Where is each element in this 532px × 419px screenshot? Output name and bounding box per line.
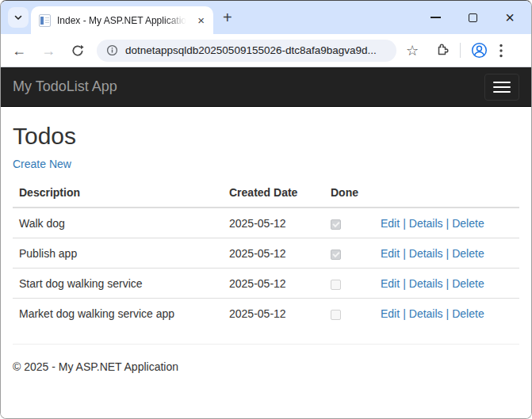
back-button[interactable]: ← <box>12 44 26 58</box>
window-controls: × <box>430 12 531 23</box>
edit-link[interactable]: Edit <box>381 277 400 290</box>
maximize-button[interactable] <box>467 12 478 23</box>
delete-link[interactable]: Delete <box>452 217 484 230</box>
create-new-link[interactable]: Create New <box>13 158 71 170</box>
cell-created-date: 2025-05-12 <box>223 238 324 269</box>
page-favicon-icon <box>39 14 51 27</box>
table-row: Start dog walking service 2025-05-12 Edi… <box>13 269 519 299</box>
tab-title: Index - My ASP.NET Application <box>57 15 189 26</box>
main-content: Todos Create New Description Created Dat… <box>1 123 531 373</box>
profile-avatar-icon <box>471 42 488 59</box>
done-checkbox <box>331 219 341 230</box>
reload-button[interactable] <box>71 44 85 58</box>
details-link[interactable]: Details <box>409 277 443 290</box>
cell-description: Walk dog <box>13 208 223 238</box>
cell-description: Publish app <box>13 238 223 269</box>
table-row: Publish app 2025-05-12 Edit|Details|Dele… <box>13 238 519 269</box>
browser-window: Index - My ASP.NET Application × + × ← →… <box>0 0 532 419</box>
done-checkbox <box>331 310 341 320</box>
toolbar-divider <box>460 43 461 58</box>
cell-created-date: 2025-05-12 <box>223 208 324 238</box>
extensions-button[interactable] <box>434 43 450 58</box>
new-tab-button[interactable]: + <box>223 9 232 26</box>
header-description: Description <box>13 178 223 208</box>
app-navbar: My TodoList App <box>1 67 531 107</box>
navbar-brand-link[interactable]: My TodoList App <box>13 78 117 95</box>
done-checkbox <box>331 280 341 290</box>
details-link[interactable]: Details <box>409 307 443 320</box>
delete-link[interactable]: Delete <box>452 277 484 290</box>
chevron-down-icon <box>13 13 23 22</box>
reload-icon <box>71 44 85 58</box>
bookmark-star-icon[interactable]: ☆ <box>406 44 419 58</box>
done-checkbox <box>331 249 341 260</box>
footer-copyright: © 2025 - My ASP.NET Application <box>13 360 519 373</box>
browser-toolbar: ← → dotnetappsqldb20250509155026-dtc8afa… <box>1 34 531 67</box>
delete-link[interactable]: Delete <box>452 247 484 260</box>
header-created-date: Created Date <box>223 178 324 208</box>
edit-link[interactable]: Edit <box>381 217 400 230</box>
cell-created-date: 2025-05-12 <box>223 299 324 329</box>
cell-actions: Edit|Details|Delete <box>374 238 519 269</box>
url-text: dotnetappsqldb20250509155026-dtc8afa9bag… <box>125 44 377 56</box>
table-header-row: Description Created Date Done <box>13 178 519 208</box>
cell-description: Market dog walking service app <box>13 299 223 329</box>
details-link[interactable]: Details <box>409 247 443 260</box>
hamburger-icon <box>493 82 511 83</box>
header-actions <box>374 178 519 208</box>
browser-menu-button[interactable] <box>499 44 503 58</box>
close-window-button[interactable]: × <box>504 12 515 23</box>
profile-button[interactable] <box>471 42 488 59</box>
header-done: Done <box>324 178 374 208</box>
minimize-button[interactable] <box>430 12 441 23</box>
tab-close-icon[interactable]: × <box>195 13 207 28</box>
page-title: Todos <box>13 123 519 150</box>
browser-titlebar: Index - My ASP.NET Application × + × <box>1 1 531 34</box>
close-icon: × <box>505 12 515 23</box>
three-dots-icon <box>499 44 503 58</box>
minimize-icon <box>431 17 441 18</box>
cell-actions: Edit|Details|Delete <box>374 299 519 329</box>
tab-search-button[interactable] <box>8 7 29 28</box>
browser-tab[interactable]: Index - My ASP.NET Application × <box>31 6 213 34</box>
todos-table: Description Created Date Done Walk dog 2… <box>13 178 519 328</box>
address-bar[interactable]: dotnetappsqldb20250509155026-dtc8afa9bag… <box>97 40 396 62</box>
table-row: Walk dog 2025-05-12 Edit|Details|Delete <box>13 208 519 238</box>
delete-link[interactable]: Delete <box>452 307 484 320</box>
navbar-toggle-button[interactable] <box>484 74 519 101</box>
footer-divider <box>13 344 519 345</box>
site-info-icon[interactable] <box>106 44 118 56</box>
cell-actions: Edit|Details|Delete <box>374 208 519 238</box>
cell-actions: Edit|Details|Delete <box>374 269 519 299</box>
cell-created-date: 2025-05-12 <box>223 269 324 299</box>
table-row: Market dog walking service app 2025-05-1… <box>13 299 519 329</box>
edit-link[interactable]: Edit <box>381 307 400 320</box>
puzzle-icon <box>434 43 450 58</box>
details-link[interactable]: Details <box>409 217 443 230</box>
forward-button[interactable]: → <box>41 44 55 58</box>
edit-link[interactable]: Edit <box>381 247 400 260</box>
page-viewport: My TodoList App Todos Create New Descrip… <box>1 67 531 418</box>
maximize-icon <box>469 13 477 22</box>
cell-description: Start dog walking service <box>13 269 223 299</box>
